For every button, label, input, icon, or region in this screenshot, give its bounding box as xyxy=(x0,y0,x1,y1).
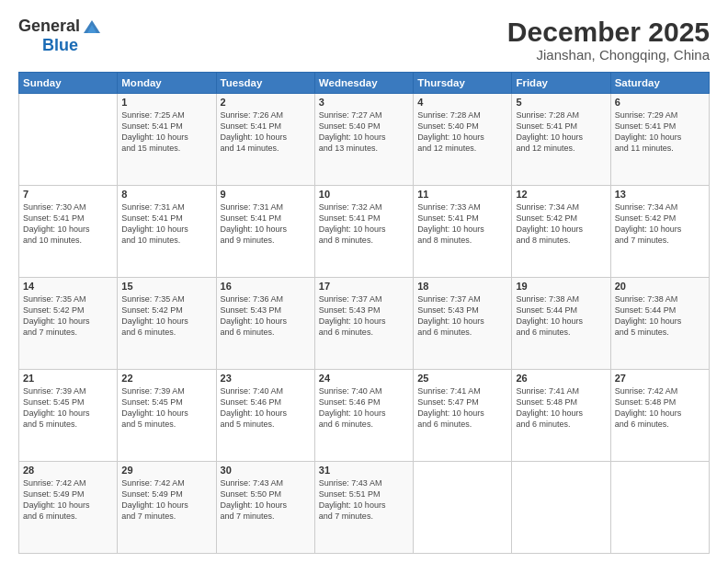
calendar-cell: 22Sunrise: 7:39 AM Sunset: 5:45 PM Dayli… xyxy=(118,370,216,462)
col-header-tuesday: Tuesday xyxy=(216,73,314,94)
day-info: Sunrise: 7:43 AM Sunset: 5:50 PM Dayligh… xyxy=(221,477,311,523)
calendar-cell: 26Sunrise: 7:41 AM Sunset: 5:48 PM Dayli… xyxy=(512,370,610,462)
day-number: 9 xyxy=(221,189,311,200)
day-number: 3 xyxy=(319,97,409,108)
calendar-cell: 17Sunrise: 7:37 AM Sunset: 5:43 PM Dayli… xyxy=(314,278,413,370)
day-info: Sunrise: 7:35 AM Sunset: 5:42 PM Dayligh… xyxy=(23,293,113,339)
col-header-thursday: Thursday xyxy=(414,73,512,94)
logo-icon xyxy=(82,17,102,37)
col-header-wednesday: Wednesday xyxy=(314,73,413,94)
day-number: 7 xyxy=(23,189,113,200)
day-number: 5 xyxy=(516,97,606,108)
day-number: 27 xyxy=(615,373,705,384)
day-info: Sunrise: 7:37 AM Sunset: 5:43 PM Dayligh… xyxy=(417,293,507,339)
day-number: 17 xyxy=(319,281,409,292)
calendar-cell: 30Sunrise: 7:43 AM Sunset: 5:50 PM Dayli… xyxy=(216,462,314,554)
day-info: Sunrise: 7:28 AM Sunset: 5:40 PM Dayligh… xyxy=(417,109,507,155)
day-number: 6 xyxy=(615,97,705,108)
calendar-cell: 5Sunrise: 7:28 AM Sunset: 5:41 PM Daylig… xyxy=(512,94,610,186)
day-info: Sunrise: 7:40 AM Sunset: 5:46 PM Dayligh… xyxy=(221,385,311,431)
calendar-cell: 11Sunrise: 7:33 AM Sunset: 5:41 PM Dayli… xyxy=(414,186,512,278)
day-number: 20 xyxy=(615,281,705,292)
day-number: 19 xyxy=(516,281,606,292)
day-info: Sunrise: 7:39 AM Sunset: 5:45 PM Dayligh… xyxy=(23,385,113,431)
day-info: Sunrise: 7:34 AM Sunset: 5:42 PM Dayligh… xyxy=(615,201,705,247)
day-info: Sunrise: 7:31 AM Sunset: 5:41 PM Dayligh… xyxy=(221,201,311,247)
day-info: Sunrise: 7:29 AM Sunset: 5:41 PM Dayligh… xyxy=(615,109,705,155)
day-number: 23 xyxy=(221,373,311,384)
day-info: Sunrise: 7:41 AM Sunset: 5:48 PM Dayligh… xyxy=(516,385,606,431)
calendar-cell: 2Sunrise: 7:26 AM Sunset: 5:41 PM Daylig… xyxy=(216,94,314,186)
title-block: December 2025 Jianshan, Chongqing, China xyxy=(507,17,710,63)
calendar-cell: 3Sunrise: 7:27 AM Sunset: 5:40 PM Daylig… xyxy=(314,94,413,186)
day-info: Sunrise: 7:33 AM Sunset: 5:41 PM Dayligh… xyxy=(417,201,507,247)
calendar-cell xyxy=(512,462,610,554)
day-info: Sunrise: 7:25 AM Sunset: 5:41 PM Dayligh… xyxy=(121,109,211,155)
day-info: Sunrise: 7:40 AM Sunset: 5:46 PM Dayligh… xyxy=(319,385,409,431)
day-info: Sunrise: 7:30 AM Sunset: 5:41 PM Dayligh… xyxy=(23,201,113,247)
calendar-cell: 27Sunrise: 7:42 AM Sunset: 5:48 PM Dayli… xyxy=(610,370,709,462)
day-number: 26 xyxy=(516,373,606,384)
day-number: 10 xyxy=(319,189,409,200)
day-info: Sunrise: 7:34 AM Sunset: 5:42 PM Dayligh… xyxy=(516,201,606,247)
calendar-cell: 29Sunrise: 7:42 AM Sunset: 5:49 PM Dayli… xyxy=(118,462,216,554)
day-number: 1 xyxy=(121,97,211,108)
calendar-cell: 9Sunrise: 7:31 AM Sunset: 5:41 PM Daylig… xyxy=(216,186,314,278)
day-number: 31 xyxy=(319,465,409,476)
calendar-cell: 24Sunrise: 7:40 AM Sunset: 5:46 PM Dayli… xyxy=(314,370,413,462)
calendar-week-row: 21Sunrise: 7:39 AM Sunset: 5:45 PM Dayli… xyxy=(19,370,710,462)
day-number: 21 xyxy=(23,373,113,384)
day-number: 14 xyxy=(23,281,113,292)
calendar-cell: 8Sunrise: 7:31 AM Sunset: 5:41 PM Daylig… xyxy=(118,186,216,278)
col-header-saturday: Saturday xyxy=(610,73,709,94)
day-info: Sunrise: 7:35 AM Sunset: 5:42 PM Dayligh… xyxy=(121,293,211,339)
calendar-cell: 6Sunrise: 7:29 AM Sunset: 5:41 PM Daylig… xyxy=(610,94,709,186)
calendar-week-row: 28Sunrise: 7:42 AM Sunset: 5:49 PM Dayli… xyxy=(19,462,710,554)
calendar-cell: 18Sunrise: 7:37 AM Sunset: 5:43 PM Dayli… xyxy=(414,278,512,370)
day-info: Sunrise: 7:31 AM Sunset: 5:41 PM Dayligh… xyxy=(121,201,211,247)
calendar-cell: 12Sunrise: 7:34 AM Sunset: 5:42 PM Dayli… xyxy=(512,186,610,278)
day-info: Sunrise: 7:43 AM Sunset: 5:51 PM Dayligh… xyxy=(319,477,409,523)
day-number: 24 xyxy=(319,373,409,384)
logo: General Blue xyxy=(18,17,102,55)
day-info: Sunrise: 7:27 AM Sunset: 5:40 PM Dayligh… xyxy=(319,109,409,155)
day-info: Sunrise: 7:39 AM Sunset: 5:45 PM Dayligh… xyxy=(121,385,211,431)
page: General Blue December 2025 Jianshan, Cho… xyxy=(0,0,728,563)
calendar-week-row: 1Sunrise: 7:25 AM Sunset: 5:41 PM Daylig… xyxy=(19,94,710,186)
col-header-monday: Monday xyxy=(118,73,216,94)
calendar-cell: 21Sunrise: 7:39 AM Sunset: 5:45 PM Dayli… xyxy=(19,370,118,462)
day-number: 4 xyxy=(417,97,507,108)
calendar-cell: 25Sunrise: 7:41 AM Sunset: 5:47 PM Dayli… xyxy=(414,370,512,462)
calendar-header-row: SundayMondayTuesdayWednesdayThursdayFrid… xyxy=(19,73,710,94)
day-number: 15 xyxy=(121,281,211,292)
calendar-week-row: 14Sunrise: 7:35 AM Sunset: 5:42 PM Dayli… xyxy=(19,278,710,370)
day-info: Sunrise: 7:26 AM Sunset: 5:41 PM Dayligh… xyxy=(221,109,311,155)
day-number: 8 xyxy=(121,189,211,200)
day-number: 25 xyxy=(417,373,507,384)
col-header-sunday: Sunday xyxy=(19,73,118,94)
logo-blue: Blue xyxy=(18,37,102,55)
day-info: Sunrise: 7:42 AM Sunset: 5:48 PM Dayligh… xyxy=(615,385,705,431)
col-header-friday: Friday xyxy=(512,73,610,94)
calendar-cell xyxy=(414,462,512,554)
day-info: Sunrise: 7:28 AM Sunset: 5:41 PM Dayligh… xyxy=(516,109,606,155)
calendar-cell: 28Sunrise: 7:42 AM Sunset: 5:49 PM Dayli… xyxy=(19,462,118,554)
day-number: 29 xyxy=(121,465,211,476)
calendar-cell: 4Sunrise: 7:28 AM Sunset: 5:40 PM Daylig… xyxy=(414,94,512,186)
day-number: 16 xyxy=(221,281,311,292)
calendar-cell: 31Sunrise: 7:43 AM Sunset: 5:51 PM Dayli… xyxy=(314,462,413,554)
calendar-cell: 15Sunrise: 7:35 AM Sunset: 5:42 PM Dayli… xyxy=(118,278,216,370)
day-info: Sunrise: 7:37 AM Sunset: 5:43 PM Dayligh… xyxy=(319,293,409,339)
calendar-cell: 19Sunrise: 7:38 AM Sunset: 5:44 PM Dayli… xyxy=(512,278,610,370)
calendar-title: December 2025 xyxy=(507,17,710,47)
day-number: 13 xyxy=(615,189,705,200)
calendar-cell: 14Sunrise: 7:35 AM Sunset: 5:42 PM Dayli… xyxy=(19,278,118,370)
calendar-subtitle: Jianshan, Chongqing, China xyxy=(507,47,710,63)
logo-general: General xyxy=(18,17,80,36)
calendar-cell: 16Sunrise: 7:36 AM Sunset: 5:43 PM Dayli… xyxy=(216,278,314,370)
day-number: 11 xyxy=(417,189,507,200)
calendar-cell: 20Sunrise: 7:38 AM Sunset: 5:44 PM Dayli… xyxy=(610,278,709,370)
day-number: 30 xyxy=(221,465,311,476)
day-number: 22 xyxy=(121,373,211,384)
header: General Blue December 2025 Jianshan, Cho… xyxy=(18,17,710,63)
